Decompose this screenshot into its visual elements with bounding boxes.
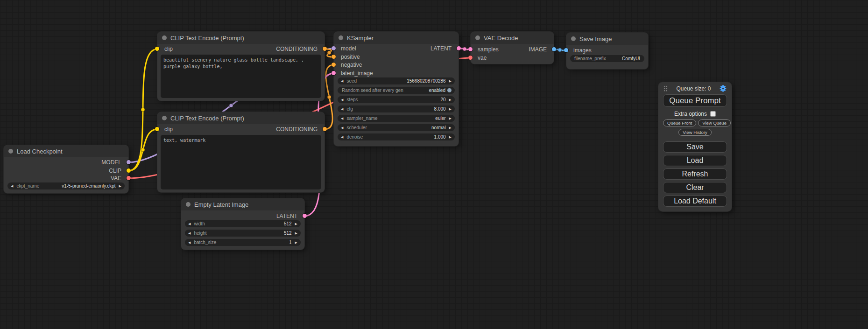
widget-label: seed: [346, 77, 357, 84]
output-label-conditioning: CONDITIONING: [276, 126, 318, 133]
decrement-arrow-icon[interactable]: ◀: [341, 133, 343, 140]
node-title-bar[interactable]: CLIP Text Encode (Prompt): [157, 32, 325, 44]
prompt-textarea[interactable]: beautiful scenery nature glass bottle la…: [161, 55, 321, 98]
increment-arrow-icon[interactable]: ▶: [449, 105, 452, 112]
clear-button[interactable]: Clear: [663, 182, 727, 193]
filename-prefix-widget[interactable]: filename_prefix ComfyUI: [570, 55, 644, 62]
increment-arrow-icon[interactable]: ▶: [295, 239, 297, 246]
link-dot-image: [558, 48, 562, 52]
increment-arrow-icon[interactable]: ▶: [449, 133, 452, 140]
widget-value: 156680208700286: [407, 77, 445, 84]
port-clip-input[interactable]: [155, 127, 159, 131]
increment-arrow-icon[interactable]: ▶: [119, 182, 121, 189]
port-latent-output[interactable]: [303, 214, 307, 218]
node-title: VAE Decode: [484, 35, 518, 42]
increment-arrow-icon[interactable]: ▶: [295, 220, 297, 227]
port-conditioning-output[interactable]: [323, 47, 327, 51]
decrement-arrow-icon[interactable]: ◀: [188, 230, 191, 237]
save-button[interactable]: Save: [663, 141, 727, 153]
width-widget[interactable]: ◀ width 512 ▶: [185, 220, 301, 227]
queue-size-label: Queue size: 0: [676, 85, 711, 92]
load-default-button[interactable]: Load Default: [663, 196, 727, 207]
node-title-bar[interactable]: CLIP Text Encode (Prompt): [157, 112, 325, 124]
decrement-arrow-icon[interactable]: ◀: [341, 77, 343, 84]
port-positive-input[interactable]: [332, 55, 336, 59]
node-ksampler[interactable]: KSampler model positive negative latent_…: [334, 32, 459, 146]
widget-label: denoise: [346, 133, 363, 140]
input-label-vae: vae: [478, 55, 487, 61]
drag-handle-icon[interactable]: [663, 85, 668, 91]
link-dot-clip-positive: [141, 108, 145, 112]
load-button[interactable]: Load: [663, 155, 727, 166]
denoise-widget[interactable]: ◀ denoise 1.000 ▶: [338, 133, 455, 140]
node-title-bar[interactable]: Load Checkpoint: [4, 145, 128, 157]
toggle-dot-icon[interactable]: [447, 88, 452, 92]
queue-prompt-button[interactable]: Queue Prompt: [663, 94, 727, 107]
view-history-button[interactable]: View History: [678, 129, 712, 136]
view-queue-button[interactable]: View Queue: [698, 119, 731, 126]
port-vae-output[interactable]: [127, 176, 131, 180]
height-widget[interactable]: ◀ height 512 ▶: [185, 230, 301, 237]
widget-value: 512: [284, 230, 292, 237]
widget-label: Random seed after every gen: [342, 87, 403, 94]
comfy-menu-panel[interactable]: Queue size: 0 Queue Prompt Extra options…: [658, 82, 732, 211]
node-clip-text-encode-positive[interactable]: CLIP Text Encode (Prompt) clip CONDITION…: [157, 32, 325, 101]
settings-gear-icon[interactable]: [720, 85, 727, 92]
sampler-name-widget[interactable]: ◀ sampler_name euler ▶: [338, 115, 455, 122]
input-label-positive: positive: [341, 54, 360, 60]
extra-options-checkbox[interactable]: [710, 111, 716, 117]
decrement-arrow-icon[interactable]: ◀: [188, 239, 191, 246]
collapse-dot-icon[interactable]: [339, 35, 343, 40]
port-clip-input[interactable]: [155, 47, 159, 51]
output-label-latent: LATENT: [276, 213, 297, 219]
port-conditioning-output[interactable]: [323, 127, 327, 131]
node-vae-decode[interactable]: VAE Decode samples vae IMAGE: [471, 32, 554, 64]
increment-arrow-icon[interactable]: ▶: [449, 115, 452, 122]
node-empty-latent-image[interactable]: Empty Latent Image LATENT ◀ width 512 ▶ …: [181, 198, 304, 250]
decrement-arrow-icon[interactable]: ◀: [341, 115, 343, 122]
increment-arrow-icon[interactable]: ▶: [295, 230, 297, 237]
decrement-arrow-icon[interactable]: ◀: [341, 105, 343, 112]
node-title-bar[interactable]: VAE Decode: [471, 32, 554, 44]
node-save-image[interactable]: Save Image images filename_prefix ComfyU…: [566, 33, 648, 69]
node-clip-text-encode-negative[interactable]: CLIP Text Encode (Prompt) clip CONDITION…: [157, 112, 325, 192]
steps-widget[interactable]: ◀ steps 20 ▶: [338, 96, 455, 103]
decrement-arrow-icon[interactable]: ◀: [188, 220, 191, 227]
batch-size-widget[interactable]: ◀ batch_size 1 ▶: [185, 239, 301, 246]
node-title-bar[interactable]: Save Image: [566, 33, 648, 45]
port-vae-input[interactable]: [468, 56, 473, 60]
cfg-widget[interactable]: ◀ cfg 8.000 ▶: [338, 105, 455, 112]
collapse-dot-icon[interactable]: [162, 116, 167, 120]
seed-control-widget[interactable]: Random seed after every gen enabled: [338, 87, 455, 94]
increment-arrow-icon[interactable]: ▶: [449, 96, 452, 103]
ckpt-name-widget[interactable]: ◀ ckpt_name v1-5-pruned-emaonly.ckpt ▶: [7, 182, 125, 189]
collapse-dot-icon[interactable]: [475, 35, 480, 40]
collapse-dot-icon[interactable]: [162, 35, 167, 40]
port-model-output[interactable]: [127, 160, 131, 164]
decrement-arrow-icon[interactable]: ◀: [341, 96, 343, 103]
decrement-arrow-icon[interactable]: ◀: [11, 182, 13, 189]
port-image-output[interactable]: [552, 47, 556, 51]
port-negative-input[interactable]: [332, 63, 336, 67]
node-load-checkpoint[interactable]: Load Checkpoint MODEL CLIP VAE ◀ ckpt_na…: [4, 145, 128, 193]
port-images-input[interactable]: [564, 48, 568, 52]
port-model-input[interactable]: [332, 46, 336, 50]
output-label-model: MODEL: [101, 159, 121, 166]
seed-widget[interactable]: ◀ seed 156680208700286 ▶: [338, 77, 455, 84]
port-latent-image-input[interactable]: [332, 71, 336, 75]
queue-front-button[interactable]: Queue Front: [663, 119, 696, 126]
increment-arrow-icon[interactable]: ▶: [449, 124, 452, 131]
collapse-dot-icon[interactable]: [186, 202, 191, 207]
collapse-dot-icon[interactable]: [571, 36, 576, 41]
collapse-dot-icon[interactable]: [8, 149, 13, 154]
port-latent-output[interactable]: [457, 46, 461, 50]
node-title-bar[interactable]: Empty Latent Image: [181, 198, 304, 210]
increment-arrow-icon[interactable]: ▶: [449, 77, 452, 84]
node-title-bar[interactable]: KSampler: [334, 32, 459, 44]
prompt-textarea[interactable]: text, watermark: [161, 135, 321, 189]
refresh-button[interactable]: Refresh: [663, 168, 727, 180]
scheduler-widget[interactable]: ◀ scheduler normal ▶: [338, 124, 455, 131]
decrement-arrow-icon[interactable]: ◀: [341, 124, 343, 131]
port-clip-output[interactable]: [127, 168, 131, 173]
port-samples-input[interactable]: [468, 47, 473, 51]
